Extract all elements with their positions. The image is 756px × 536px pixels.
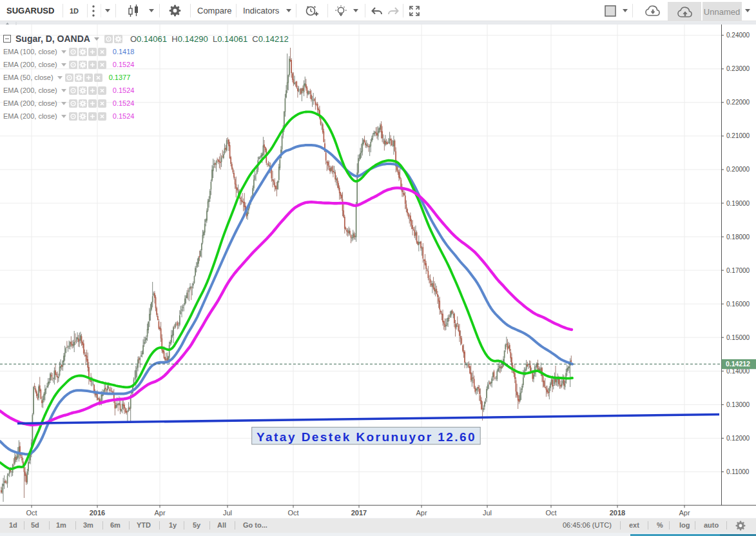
svg-text:2018: 2018 <box>610 509 625 517</box>
svg-text:Jul: Jul <box>483 509 492 517</box>
svg-text:2016: 2016 <box>90 509 105 517</box>
svg-text:Apr: Apr <box>416 509 427 517</box>
svg-text:2017: 2017 <box>351 509 367 517</box>
svg-text:Oct: Oct <box>287 509 298 517</box>
svg-text:Apr: Apr <box>154 509 165 517</box>
svg-text:Oct: Oct <box>26 509 37 517</box>
svg-text:Jul: Jul <box>223 509 232 517</box>
svg-text:Apr: Apr <box>679 509 690 517</box>
svg-text:Oct: Oct <box>545 509 556 517</box>
